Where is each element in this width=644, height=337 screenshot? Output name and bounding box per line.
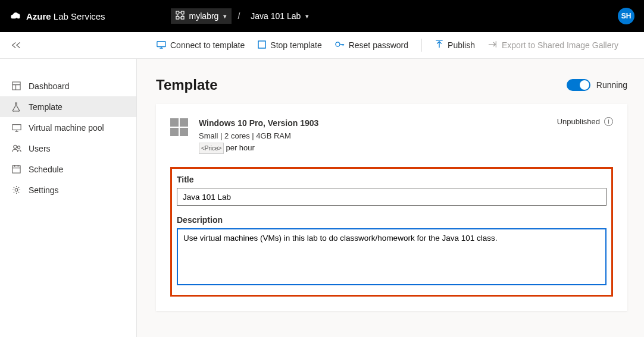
chevron-down-icon: ▾ bbox=[223, 12, 227, 20]
svg-point-2 bbox=[17, 15, 20, 18]
description-label: Description bbox=[177, 215, 607, 225]
users-icon bbox=[12, 144, 21, 153]
windows-icon bbox=[170, 118, 188, 136]
running-label: Running bbox=[596, 80, 627, 90]
publish-status: Unpublished i bbox=[557, 117, 613, 126]
svg-rect-10 bbox=[12, 82, 20, 90]
svg-rect-5 bbox=[176, 16, 179, 19]
connect-label: Connect to template bbox=[170, 40, 245, 50]
description-input[interactable] bbox=[177, 228, 607, 285]
monitor-icon bbox=[12, 124, 21, 132]
sidebar-label: Users bbox=[29, 144, 51, 153]
breadcrumb-lab-label: Java 101 Lab bbox=[251, 11, 301, 21]
svg-rect-11 bbox=[12, 124, 21, 130]
info-icon[interactable]: i bbox=[604, 117, 613, 126]
breadcrumb: mylabrg ▾ / Java 101 Lab ▾ bbox=[171, 8, 314, 24]
top-header: Azure Lab Services mylabrg ▾ / Java 101 … bbox=[0, 0, 644, 32]
svg-rect-3 bbox=[176, 11, 179, 14]
stop-label: Stop template bbox=[270, 40, 321, 50]
brand[interactable]: Azure Lab Services bbox=[10, 11, 105, 21]
svg-rect-8 bbox=[258, 41, 265, 48]
breadcrumb-lab[interactable]: Java 101 Lab ▾ bbox=[246, 9, 314, 23]
stop-icon bbox=[258, 40, 266, 51]
export-label: Export to Shared Image Gallery bbox=[502, 40, 618, 50]
export-icon bbox=[488, 40, 498, 50]
toolbar-divider bbox=[421, 39, 422, 52]
connect-template-button[interactable]: Connect to template bbox=[157, 40, 245, 51]
chevron-down-icon: ▾ bbox=[305, 12, 309, 20]
os-info: Windows 10 Pro, Version 1903 Small | 2 c… bbox=[199, 117, 318, 154]
svg-point-15 bbox=[15, 188, 18, 191]
sidebar-item-vm-pool[interactable]: Virtual machine pool bbox=[0, 117, 136, 138]
sidebar-label: Dashboard bbox=[29, 81, 70, 91]
sidebar: Dashboard Template Virtual machine pool … bbox=[0, 59, 137, 337]
status-text: Unpublished bbox=[557, 117, 600, 126]
sidebar-item-template[interactable]: Template bbox=[0, 96, 136, 117]
svg-rect-14 bbox=[12, 166, 20, 173]
svg-rect-7 bbox=[157, 41, 165, 46]
command-bar: Connect to template Stop template Reset … bbox=[0, 32, 644, 59]
export-button: Export to Shared Image Gallery bbox=[488, 40, 618, 50]
content-area: Template Running Windows 10 Pro, Version… bbox=[137, 59, 644, 337]
os-specs: Small | 2 cores | 4GB RAM bbox=[199, 130, 318, 142]
page-title: Template bbox=[156, 77, 218, 93]
reset-password-button[interactable]: Reset password bbox=[335, 40, 408, 51]
sidebar-label: Virtual machine pool bbox=[29, 123, 104, 133]
sidebar-label: Template bbox=[29, 102, 62, 112]
avatar[interactable]: SH bbox=[618, 8, 634, 24]
running-toggle-group: Running bbox=[567, 79, 627, 91]
flask-icon bbox=[12, 102, 21, 112]
gear-icon bbox=[12, 185, 21, 194]
template-card: Windows 10 Pro, Version 1903 Small | 2 c… bbox=[156, 104, 627, 311]
dashboard-icon bbox=[12, 81, 21, 90]
sidebar-label: Schedule bbox=[29, 165, 63, 174]
title-label: Title bbox=[177, 175, 607, 184]
svg-rect-4 bbox=[181, 11, 184, 14]
os-title: Windows 10 Pro, Version 1903 bbox=[199, 117, 318, 130]
brand-text: Azure Lab Services bbox=[26, 11, 105, 21]
calendar-icon bbox=[12, 165, 21, 174]
collapse-sidebar-button[interactable] bbox=[0, 32, 32, 58]
sidebar-item-schedule[interactable]: Schedule bbox=[0, 159, 136, 179]
breadcrumb-resource-group[interactable]: mylabrg ▾ bbox=[171, 8, 232, 24]
breadcrumb-separator: / bbox=[237, 11, 240, 21]
price-suffix: per hour bbox=[226, 143, 254, 152]
publish-label: Publish bbox=[448, 40, 475, 50]
title-input[interactable] bbox=[177, 188, 607, 206]
price-row: <Price>per hour bbox=[199, 142, 318, 155]
publish-button[interactable]: Publish bbox=[435, 40, 475, 51]
sidebar-item-dashboard[interactable]: Dashboard bbox=[0, 75, 136, 96]
svg-point-0 bbox=[11, 15, 14, 18]
form-highlight: Title Description bbox=[170, 167, 613, 297]
svg-rect-6 bbox=[181, 16, 184, 19]
sidebar-item-users[interactable]: Users bbox=[0, 138, 136, 159]
stop-template-button[interactable]: Stop template bbox=[258, 40, 321, 51]
svg-point-12 bbox=[14, 145, 17, 148]
key-icon bbox=[335, 40, 345, 51]
monitor-icon bbox=[157, 40, 166, 51]
price-tag: <Price> bbox=[199, 143, 224, 155]
svg-point-9 bbox=[336, 42, 340, 46]
svg-point-1 bbox=[14, 12, 18, 17]
sidebar-item-settings[interactable]: Settings bbox=[0, 179, 136, 200]
svg-point-13 bbox=[17, 146, 20, 148]
brand-logo-icon bbox=[10, 11, 21, 21]
reset-label: Reset password bbox=[349, 40, 408, 50]
running-toggle[interactable] bbox=[567, 79, 590, 91]
upload-icon bbox=[435, 40, 443, 51]
sidebar-label: Settings bbox=[29, 185, 59, 195]
resource-icon bbox=[176, 11, 185, 21]
breadcrumb-rg-label: mylabrg bbox=[189, 11, 219, 21]
